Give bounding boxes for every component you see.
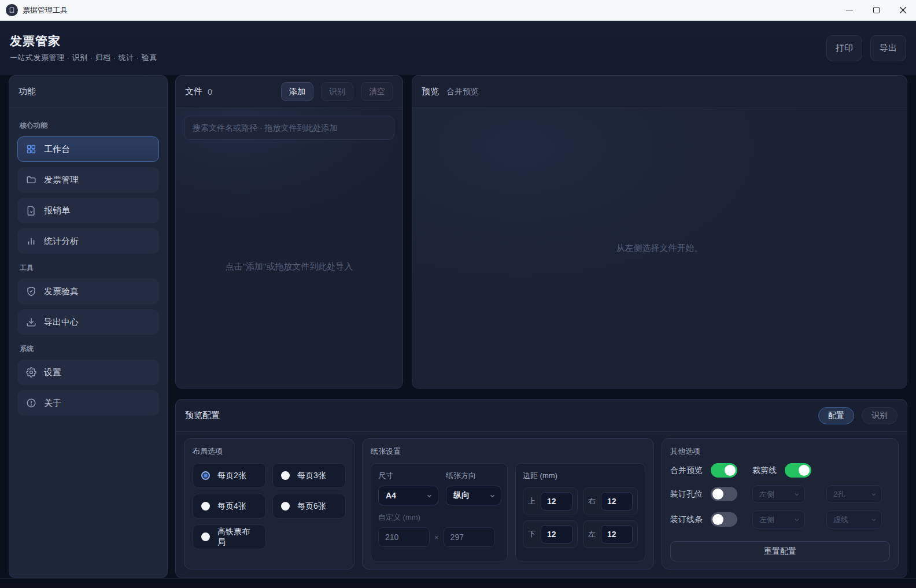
radio-label: 每页4张 (217, 501, 246, 512)
minimize-button[interactable] (836, 0, 863, 20)
margin-bottom-label: 下 (528, 529, 535, 539)
layout-option-4-per-page[interactable]: 每页4张 (193, 494, 266, 519)
margin-bottom-input[interactable] (541, 525, 572, 543)
sidebar-item-invoice-verify[interactable]: 发票验真 (17, 279, 159, 304)
sidebar-title: 功能 (9, 76, 167, 108)
preview-panel: 预览 合并预览 从左侧选择文件开始。 (412, 75, 907, 389)
window-bottom-edge (0, 578, 916, 588)
layout-option-2-per-page[interactable]: 每页2张 (193, 463, 266, 488)
radio-icon (201, 502, 210, 511)
sidebar-item-label: 报销单 (44, 205, 70, 216)
chevron-down-icon (871, 517, 877, 523)
config-panel-title: 预览配置 (185, 410, 220, 421)
grid-icon (25, 144, 36, 155)
sidebar-item-reimbursement[interactable]: 报销单 (17, 198, 159, 223)
chevron-down-icon (794, 491, 800, 497)
export-button[interactable]: 导出 (870, 35, 906, 61)
sidebar-item-label: 统计分析 (44, 236, 79, 247)
margin-bottom-cell: 下 (523, 520, 578, 548)
paper-orientation-value: 纵向 (453, 490, 486, 501)
margin-right-cell: 右 (583, 487, 638, 515)
tab-recognize[interactable]: 识别 (862, 407, 897, 424)
multiply-sign: × (434, 533, 439, 542)
radio-label: 每页6张 (297, 501, 326, 512)
file-dropzone[interactable]: 点击"添加"或拖放文件到此处导入 (176, 146, 402, 388)
layout-option-6-per-page[interactable]: 每页6张 (272, 494, 346, 519)
radio-label: 每页2张 (217, 471, 246, 481)
sidebar-item-about[interactable]: 关于 (17, 390, 159, 416)
paper-size-value: A4 (386, 491, 423, 500)
info-icon (25, 398, 36, 409)
layout-option-3-per-page[interactable]: 每页3张 (272, 463, 346, 488)
dropzone-hint: 点击"添加"或拖放文件到此处导入 (226, 261, 353, 272)
merge-preview-toggle[interactable] (711, 463, 737, 478)
maximize-button[interactable] (863, 0, 889, 20)
print-button[interactable]: 打印 (826, 35, 862, 61)
close-icon (899, 6, 907, 14)
add-file-button[interactable]: 添加 (281, 82, 313, 101)
download-icon (25, 317, 36, 328)
margin-left-input[interactable] (601, 525, 633, 543)
binding-holes-toggle[interactable] (711, 487, 737, 501)
crop-lines-toggle[interactable] (785, 463, 811, 478)
sidebar-item-settings[interactable]: 设置 (17, 360, 159, 385)
custom-size-label: 自定义 (mm) (378, 512, 500, 523)
sidebar-item-label: 发票验真 (44, 286, 79, 297)
chevron-down-icon (426, 493, 433, 499)
section-label-tools: 工具 (20, 263, 157, 273)
margin-top-input[interactable] (541, 492, 572, 511)
margin-right-input[interactable] (601, 492, 633, 511)
config-panel: 预览配置 配置 识别 布局选项 每页2张 (175, 399, 907, 578)
merge-preview-label: 合并预览 (670, 465, 706, 476)
binding-lines-side-value: 左侧 (759, 515, 794, 525)
clear-files-button[interactable]: 清空 (361, 82, 393, 101)
reset-config-button[interactable]: 重置配置 (670, 541, 890, 561)
toggle-knob (799, 465, 810, 476)
sidebar-item-label: 工作台 (44, 144, 70, 155)
preview-mode-label: 合并预览 (446, 87, 479, 97)
custom-height-input[interactable] (444, 527, 495, 547)
custom-width-input[interactable] (378, 527, 430, 547)
section-label-core: 核心功能 (20, 121, 157, 131)
binding-lines-side-select[interactable]: 左侧 (752, 511, 805, 528)
folder-icon (25, 175, 36, 186)
binding-holes-side-value: 左侧 (759, 489, 794, 500)
paper-orientation-select[interactable]: 纵向 (446, 486, 501, 505)
minimize-icon (846, 10, 853, 10)
paper-size-card: 尺寸 A4 纸张方向 纵向 (371, 463, 508, 561)
close-button[interactable] (889, 0, 916, 20)
file-panel: 文件 0 添加 识别 清空 点击"添加"或拖放文件到此处导入 (175, 75, 403, 389)
binding-holes-side-select[interactable]: 左侧 (752, 485, 805, 503)
crop-lines-label: 裁剪线 (752, 465, 780, 476)
sidebar-item-label: 设置 (44, 367, 61, 378)
paper-settings-group: 纸张设置 尺寸 A4 (362, 438, 654, 569)
sidebar-item-label: 导出中心 (44, 317, 79, 328)
margins-title: 边距 (mm) (523, 471, 638, 481)
paper-size-select[interactable]: A4 (378, 486, 438, 505)
binding-holes-type-value: 2孔 (833, 489, 871, 500)
layout-option-train-ticket[interactable]: 高铁票布局 (193, 524, 266, 549)
shield-check-icon (25, 286, 36, 297)
sidebar-item-invoice-management[interactable]: 发票管理 (17, 167, 159, 193)
binding-holes-type-select[interactable]: 2孔 (826, 485, 882, 503)
file-search-input[interactable] (184, 116, 394, 140)
toggle-knob (725, 465, 736, 476)
section-label-system: 系统 (20, 344, 157, 354)
sidebar-item-export-center[interactable]: 导出中心 (17, 309, 159, 335)
chevron-down-icon (871, 491, 877, 497)
recognize-files-button[interactable]: 识别 (321, 82, 353, 101)
sidebar-item-workbench[interactable]: 工作台 (17, 136, 159, 162)
preview-title: 预览 (422, 86, 439, 97)
file-count: 0 (208, 87, 212, 97)
preview-empty-hint: 从左侧选择文件开始。 (616, 243, 703, 254)
page-title: 发票管家 (10, 33, 157, 49)
binding-lines-label: 装订线条 (670, 515, 706, 525)
tab-config[interactable]: 配置 (818, 407, 854, 424)
binding-lines-style-select[interactable]: 虚线 (826, 511, 882, 528)
gear-icon (25, 367, 36, 378)
sidebar-item-statistics[interactable]: 统计分析 (17, 228, 159, 254)
binding-lines-toggle[interactable] (711, 512, 737, 527)
sidebar-item-label: 发票管理 (44, 175, 79, 186)
margin-top-cell: 上 (523, 487, 578, 515)
app-icon (6, 4, 18, 16)
